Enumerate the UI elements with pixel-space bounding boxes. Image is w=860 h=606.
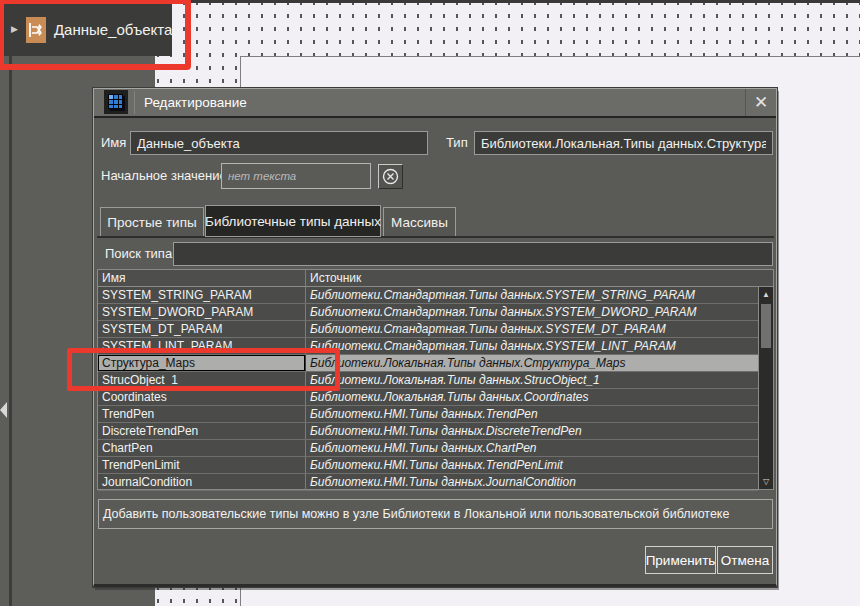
titlebar-separator xyxy=(134,91,135,114)
type-source-cell: Библиотеки.HMI.Типы данных.ChartPen xyxy=(306,440,758,456)
type-name-cell: DiscreteTrendPen xyxy=(98,423,306,439)
type-label: Тип xyxy=(446,131,468,155)
type-source-cell: Библиотеки.Стандартная.Типы данных.SYSTE… xyxy=(306,321,758,337)
type-name-cell: Coordinates xyxy=(98,389,306,405)
screen: ▶ Данные_объекта xyxy=(0,0,860,606)
edit-dialog: Редактирование ✕ Имя Тип Начальное значе… xyxy=(93,88,777,587)
table-grid-icon xyxy=(104,90,128,114)
search-type-label: Поиск типа xyxy=(105,242,172,266)
type-name-cell: TrendPenLimit xyxy=(98,457,306,473)
table-row[interactable]: SYSTEM_STRING_PARAMБиблиотеки.Стандартна… xyxy=(98,287,758,304)
dialog-title: Редактирование xyxy=(144,89,247,116)
table-row[interactable]: StrucObject_1Библиотеки.Локальная.Типы д… xyxy=(98,372,758,389)
tree-item-object-data[interactable]: ▶ Данные_объекта xyxy=(4,3,172,56)
type-table-body: SYSTEM_STRING_PARAMБиблиотеки.Стандартна… xyxy=(98,287,758,489)
name-label: Имя xyxy=(101,131,126,155)
search-type-input[interactable] xyxy=(173,242,773,266)
cancel-button[interactable]: Отмена xyxy=(717,546,773,574)
tab-arrays[interactable]: Массивы xyxy=(383,207,456,237)
type-name-cell: TrendPen xyxy=(98,406,306,422)
apply-button[interactable]: Применить xyxy=(645,546,716,574)
type-table-header: Имя Источник xyxy=(98,270,773,287)
type-table: Имя Источник SYSTEM_STRING_PARAMБиблиоте… xyxy=(97,269,774,490)
type-name-cell: SYSTEM_STRING_PARAM xyxy=(98,287,306,303)
tab-library-types[interactable]: Библиотечные типы данных xyxy=(205,205,381,237)
table-row[interactable]: JournalConditionБиблиотеки.HMI.Типы данн… xyxy=(98,474,758,491)
table-row[interactable]: DiscreteTrendPenБиблиотеки.HMI.Типы данн… xyxy=(98,423,758,440)
type-source-cell: Библиотеки.HMI.Типы данных.DiscreteTrend… xyxy=(306,423,758,439)
type-source-cell: Библиотеки.HMI.Типы данных.TrendPenLimit xyxy=(306,457,758,473)
close-icon[interactable]: ✕ xyxy=(745,89,776,116)
type-source-cell: Библиотеки.Стандартная.Типы данных.SYSTE… xyxy=(306,304,758,320)
type-source-cell: Библиотеки.Локальная.Типы данных.Coordin… xyxy=(306,389,758,405)
type-source-cell: Библиотеки.Стандартная.Типы данных.SYSTE… xyxy=(306,338,758,354)
dialog-titlebar[interactable]: Редактирование ✕ xyxy=(94,89,776,118)
table-row[interactable]: Структура_MapsБиблиотеки.Локальная.Типы … xyxy=(98,355,758,372)
type-source-cell: Библиотеки.HMI.Типы данных.JournalCondit… xyxy=(306,474,758,490)
table-row[interactable]: SYSTEM_DWORD_PARAMБиблиотеки.Стандартная… xyxy=(98,304,758,321)
initial-value-label: Начальное значение xyxy=(101,164,227,188)
type-name-cell: SYSTEM_DT_PARAM xyxy=(98,321,306,337)
structure-icon xyxy=(26,17,46,43)
clear-value-button[interactable] xyxy=(378,164,403,189)
column-header-source: Источник xyxy=(306,270,773,286)
scrollbar-thumb[interactable] xyxy=(761,304,771,348)
table-row[interactable]: CoordinatesБиблиотеки.Локальная.Типы дан… xyxy=(98,389,758,406)
type-source-cell: Библиотеки.Стандартная.Типы данных.SYSTE… xyxy=(306,287,758,303)
table-row[interactable]: SYSTEM_LINT_PARAMБиблиотеки.Стандартная.… xyxy=(98,338,758,355)
tree-expander-icon[interactable]: ▶ xyxy=(11,25,18,34)
type-name-cell: StrucObject_1 xyxy=(98,372,306,388)
type-name-cell: SYSTEM_DWORD_PARAM xyxy=(98,304,306,320)
scroll-up-icon[interactable]: ▲ xyxy=(759,287,773,302)
panel-collapse-arrow-icon[interactable] xyxy=(0,402,7,418)
type-name-cell: JournalCondition xyxy=(98,474,306,490)
canvas-top-edge xyxy=(179,0,860,3)
type-input[interactable] xyxy=(474,131,773,155)
scroll-down-icon[interactable]: ▽ xyxy=(759,474,773,489)
initial-value-input[interactable] xyxy=(221,163,371,189)
table-scrollbar[interactable]: ▲ ▽ xyxy=(758,287,773,489)
table-row[interactable]: SYSTEM_DT_PARAMБиблиотеки.Стандартная.Ти… xyxy=(98,321,758,338)
table-row[interactable]: TrendPenLimitБиблиотеки.HMI.Типы данных.… xyxy=(98,457,758,474)
table-row[interactable]: ChartPenБиблиотеки.HMI.Типы данных.Chart… xyxy=(98,440,758,457)
note-box: Добавить пользовательские типы можно в у… xyxy=(98,499,773,529)
column-header-name: Имя xyxy=(98,270,306,286)
table-row[interactable]: TrendPenБиблиотеки.HMI.Типы данных.Trend… xyxy=(98,406,758,423)
name-input[interactable] xyxy=(130,131,428,155)
type-name-cell: Структура_Maps xyxy=(98,355,306,371)
note-text: Добавить пользовательские типы можно в у… xyxy=(99,507,729,521)
type-name-cell: ChartPen xyxy=(98,440,306,456)
left-panel-divider xyxy=(9,0,12,606)
tab-simple-types[interactable]: Простые типы xyxy=(100,207,204,237)
tree-item-label: Данные_объекта xyxy=(54,21,172,38)
tab-content-divider xyxy=(97,236,774,238)
type-name-cell: SYSTEM_LINT_PARAM xyxy=(98,338,306,354)
type-source-cell: Библиотеки.Локальная.Типы данных.StrucOb… xyxy=(306,372,758,388)
type-source-cell: Библиотеки.HMI.Типы данных.TrendPen xyxy=(306,406,758,422)
type-source-cell: Библиотеки.Локальная.Типы данных.Структу… xyxy=(306,355,758,371)
